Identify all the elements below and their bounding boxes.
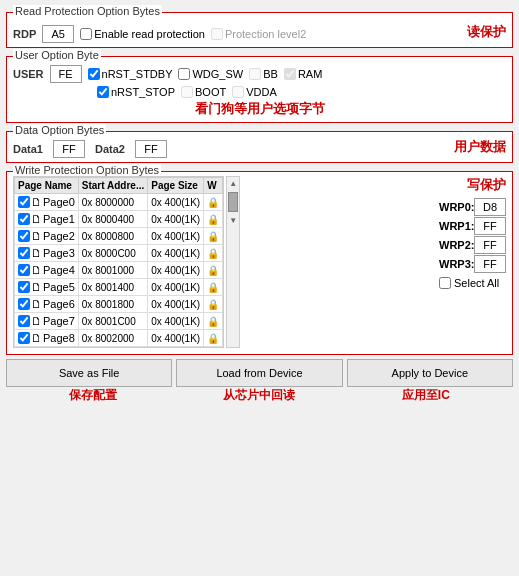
user-value-field[interactable] — [50, 65, 82, 83]
wpr-field-0[interactable] — [474, 198, 506, 216]
lock-icon: 🔒 — [207, 299, 219, 310]
page-size-cell: 0x 400(1K) — [148, 228, 204, 245]
scroll-up-arrow[interactable]: ▲ — [229, 177, 237, 190]
page-addr-cell: 0x 8000C00 — [78, 245, 147, 262]
page-row-check[interactable]: 🗋 Page6 — [18, 298, 75, 310]
wpr-label-1: WRP1: — [439, 220, 471, 232]
page-row-check[interactable]: 🗋 Page7 — [18, 315, 75, 327]
page-addr-cell: 0x 8000000 — [78, 194, 147, 211]
lock-icon: 🔒 — [207, 231, 219, 242]
select-all-row[interactable]: Select All — [439, 277, 499, 289]
user-opt-row1: USER nRST_STDBY WDG_SW BB RAM — [13, 65, 506, 83]
page-size-cell: 0x 400(1K) — [148, 262, 204, 279]
table-row: 🗋 Page4 0x 8001000 0x 400(1K) 🔒 — [15, 262, 223, 279]
page-addr-cell: 0x 8001000 — [78, 262, 147, 279]
page-check-input[interactable] — [18, 298, 30, 310]
page-row-check[interactable]: 🗋 Page2 — [18, 230, 75, 242]
user-option-label: User Option Byte — [13, 49, 101, 61]
data-option-annotation: 用户数据 — [454, 138, 506, 156]
wpr-row-3: WRP3: — [439, 255, 506, 273]
bb-label: BB — [263, 68, 278, 80]
nrst-stop-input[interactable] — [97, 86, 109, 98]
wdg-sw-check[interactable]: WDG_SW — [178, 68, 243, 80]
nrst-stdby-check[interactable]: nRST_STDBY — [88, 68, 173, 80]
page-row-check[interactable]: 🗋 Page4 — [18, 264, 75, 276]
annotations-row: 保存配置 从芯片中回读 应用至IC — [6, 387, 513, 404]
prot-level2-checkbox[interactable]: Protection level2 — [211, 28, 306, 40]
data2-label: Data2 — [95, 143, 125, 155]
wdg-sw-label: WDG_SW — [192, 68, 243, 80]
wdg-sw-input[interactable] — [178, 68, 190, 80]
save-file-button[interactable]: Save as File — [6, 359, 172, 387]
load-device-button[interactable]: Load from Device — [176, 359, 342, 387]
nrst-stdby-input[interactable] — [88, 68, 100, 80]
page-name-cell: 🗋 Page0 — [15, 194, 79, 211]
enable-read-prot-label: Enable read protection — [94, 28, 205, 40]
apply-device-button[interactable]: Apply to Device — [347, 359, 513, 387]
wpr-field-3[interactable] — [474, 255, 506, 273]
wpr-label-3: WRP3: — [439, 258, 471, 270]
scroll-down-arrow[interactable]: ▼ — [229, 214, 237, 227]
page-check-input[interactable] — [18, 315, 30, 327]
page-lock-cell: 🔒 — [204, 194, 223, 211]
page-name: Page1 — [43, 213, 75, 225]
select-all-input[interactable] — [439, 277, 451, 289]
page-row-check[interactable]: 🗋 Page3 — [18, 247, 75, 259]
data-opt-row: Data1 Data2 — [13, 140, 167, 158]
page-icon: 🗋 — [31, 213, 42, 225]
lock-icon: 🔒 — [207, 214, 219, 225]
page-lock-cell: 🔒 — [204, 262, 223, 279]
enable-read-prot-input[interactable] — [80, 28, 92, 40]
vdda-input — [232, 86, 244, 98]
main-container: Read Protection Option Bytes RDP Enable … — [0, 0, 519, 408]
page-check-input[interactable] — [18, 196, 30, 208]
read-prot-annotation: 读保护 — [467, 23, 506, 41]
page-row-check[interactable]: 🗋 Page5 — [18, 281, 75, 293]
scrollbar[interactable]: ▲ ▼ — [226, 176, 240, 348]
page-check-input[interactable] — [18, 213, 30, 225]
page-size-cell: 0x 400(1K) — [148, 211, 204, 228]
page-addr-cell: 0x 8001400 — [78, 279, 147, 296]
page-size-cell: 0x 400(1K) — [148, 245, 204, 262]
page-icon: 🗋 — [31, 281, 42, 293]
page-lock-cell: 🔒 — [204, 228, 223, 245]
data2-field[interactable] — [135, 140, 167, 158]
scroll-thumb[interactable] — [228, 192, 238, 212]
page-name-cell: 🗋 Page2 — [15, 228, 79, 245]
wpr-field-2[interactable] — [474, 236, 506, 254]
lock-icon: 🔒 — [207, 282, 219, 293]
page-check-input[interactable] — [18, 332, 30, 344]
page-name-cell: 🗋 Page8 — [15, 330, 79, 347]
page-check-input[interactable] — [18, 230, 30, 242]
ram-label: RAM — [298, 68, 322, 80]
page-addr-cell: 0x 8001C00 — [78, 313, 147, 330]
nrst-stop-check[interactable]: nRST_STOP — [97, 86, 175, 98]
page-name: Page2 — [43, 230, 75, 242]
table-row: 🗋 Page2 0x 8000800 0x 400(1K) 🔒 — [15, 228, 223, 245]
table-row: 🗋 Page7 0x 8001C00 0x 400(1K) 🔒 — [15, 313, 223, 330]
vdda-label: VDDA — [246, 86, 277, 98]
user-option-annotation: 看门狗等用户选项字节 — [13, 100, 506, 118]
prot-level2-input — [211, 28, 223, 40]
page-row-check[interactable]: 🗋 Page1 — [18, 213, 75, 225]
page-name-cell: 🗋 Page7 — [15, 313, 79, 330]
data-option-label: Data Option Bytes — [13, 124, 106, 136]
page-check-input[interactable] — [18, 281, 30, 293]
page-row-check[interactable]: 🗋 Page8 — [18, 332, 75, 344]
wpr-field-1[interactable] — [474, 217, 506, 235]
page-name: Page0 — [43, 196, 75, 208]
enable-read-prot-checkbox[interactable]: Enable read protection — [80, 28, 205, 40]
bb-input — [249, 68, 261, 80]
page-check-input[interactable] — [18, 247, 30, 259]
page-addr-cell: 0x 8000400 — [78, 211, 147, 228]
save-annotation: 保存配置 — [69, 387, 117, 404]
rdp-value-field[interactable] — [42, 25, 74, 43]
page-check-input[interactable] — [18, 264, 30, 276]
data1-field[interactable] — [53, 140, 85, 158]
table-row: 🗋 Page1 0x 8000400 0x 400(1K) 🔒 — [15, 211, 223, 228]
ram-input — [284, 68, 296, 80]
page-lock-cell: 🔒 — [204, 279, 223, 296]
page-row-check[interactable]: 🗋 Page0 — [18, 196, 75, 208]
page-lock-cell: 🔒 — [204, 330, 223, 347]
page-lock-cell: 🔒 — [204, 245, 223, 262]
